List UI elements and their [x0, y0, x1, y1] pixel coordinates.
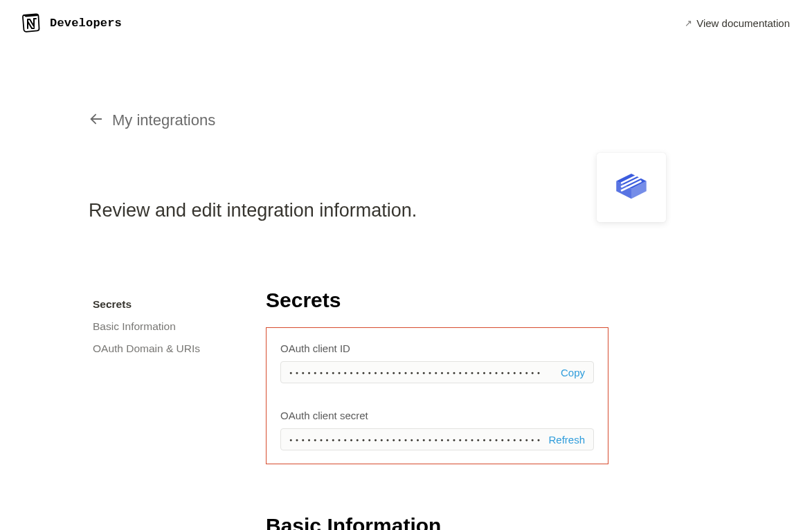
view-documentation-link[interactable]: ↗ View documentation [685, 17, 790, 29]
main-panel: Secrets OAuth client ID ●●●●●●●●●●●●●●●●… [266, 289, 746, 530]
field-label: OAuth client secret [280, 410, 594, 421]
external-link-icon: ↗ [685, 18, 692, 28]
page-subtitle: Review and edit integration information. [89, 200, 417, 221]
hero-row: Review and edit integration information. [89, 170, 746, 222]
content-columns: Secrets Basic Information OAuth Domain &… [89, 289, 746, 530]
secret-row-client-secret: ●●●●●●●●●●●●●●●●●●●●●●●●●●●●●●●●●●●●●●●●… [280, 428, 594, 450]
sidebar: Secrets Basic Information OAuth Domain &… [89, 289, 266, 530]
arrow-left-icon [89, 111, 104, 129]
field-oauth-client-secret: OAuth client secret ●●●●●●●●●●●●●●●●●●●●… [280, 410, 594, 450]
sidebar-item-oauth-domain-uris[interactable]: OAuth Domain & URIs [93, 338, 266, 360]
sidebar-item-label: Secrets [93, 298, 132, 310]
secret-masked-value: ●●●●●●●●●●●●●●●●●●●●●●●●●●●●●●●●●●●●●●●●… [289, 437, 548, 442]
sidebar-item-secrets[interactable]: Secrets [93, 293, 266, 316]
secrets-highlight-box: OAuth client ID ●●●●●●●●●●●●●●●●●●●●●●●●… [266, 327, 608, 464]
brand-text: Developers [50, 17, 122, 30]
brand[interactable]: Developers [21, 12, 122, 33]
notion-logo-icon [21, 12, 42, 33]
section-title-basic-information: Basic Information [266, 514, 746, 530]
secret-masked-value: ●●●●●●●●●●●●●●●●●●●●●●●●●●●●●●●●●●●●●●●●… [289, 370, 561, 375]
copy-button[interactable]: Copy [561, 367, 585, 378]
page-content: My integrations Review and edit integrat… [0, 46, 812, 530]
integration-icon-card [597, 153, 666, 222]
breadcrumb-label: My integrations [112, 111, 215, 129]
topbar: Developers ↗ View documentation [0, 0, 812, 46]
sidebar-item-basic-information[interactable]: Basic Information [93, 316, 266, 338]
field-oauth-client-id: OAuth client ID ●●●●●●●●●●●●●●●●●●●●●●●●… [280, 342, 594, 383]
secret-row-client-id: ●●●●●●●●●●●●●●●●●●●●●●●●●●●●●●●●●●●●●●●●… [280, 361, 594, 383]
breadcrumb-back[interactable]: My integrations [89, 111, 746, 129]
field-label: OAuth client ID [280, 342, 594, 354]
sidebar-item-label: OAuth Domain & URIs [93, 342, 200, 354]
integration-app-icon [611, 166, 651, 209]
sidebar-item-label: Basic Information [93, 320, 176, 332]
refresh-button[interactable]: Refresh [548, 434, 585, 446]
section-title-secrets: Secrets [266, 289, 746, 312]
doc-link-label: View documentation [696, 17, 790, 29]
